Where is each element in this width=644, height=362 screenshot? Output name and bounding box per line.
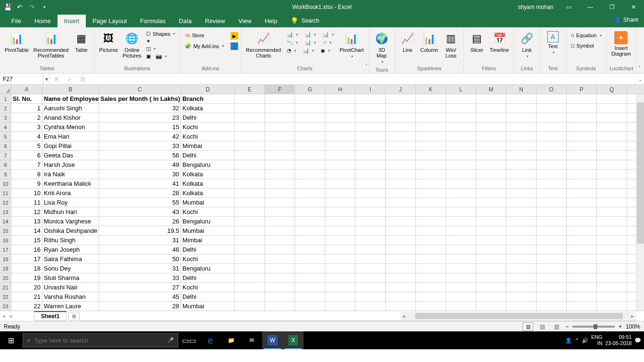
- cell[interactable]: Mimbai: [181, 236, 235, 245]
- cell[interactable]: [265, 302, 295, 311]
- cell[interactable]: 13: [11, 217, 42, 226]
- cell[interactable]: [537, 217, 567, 226]
- cell[interactable]: Warren Laure: [42, 302, 99, 311]
- row-header[interactable]: 11: [0, 189, 11, 197]
- page-layout-view-button[interactable]: ▤: [537, 322, 547, 331]
- taskbar-datetime[interactable]: 09:51 23-05-2018: [605, 334, 632, 346]
- row-header[interactable]: 14: [0, 217, 11, 226]
- cell[interactable]: [325, 245, 355, 254]
- cell[interactable]: [355, 302, 386, 311]
- sheet-nav-prev[interactable]: ◄: [0, 313, 8, 319]
- cell[interactable]: [597, 132, 627, 141]
- cell[interactable]: [386, 292, 416, 301]
- cell[interactable]: [416, 132, 446, 141]
- cell[interactable]: Delhi: [181, 151, 235, 160]
- cell[interactable]: 2: [11, 113, 42, 122]
- ribbon-options-icon[interactable]: ▭: [559, 0, 578, 14]
- cell[interactable]: [386, 236, 416, 245]
- cell[interactable]: [446, 226, 476, 235]
- cell[interactable]: 5: [11, 141, 42, 150]
- cell[interactable]: Stuti Sharma: [42, 273, 99, 282]
- icons-button[interactable]: ✦: [144, 38, 177, 45]
- link-button[interactable]: 🔗Link▾: [517, 30, 537, 60]
- cell[interactable]: [416, 179, 446, 188]
- pivottable-button[interactable]: 📊PivotTable: [3, 30, 31, 54]
- cell[interactable]: [265, 226, 295, 235]
- cell[interactable]: [386, 113, 416, 122]
- charts-dialog-launcher[interactable]: ↘: [364, 62, 368, 66]
- pictures-button[interactable]: 🖼Pictures: [97, 30, 120, 54]
- cell[interactable]: [355, 198, 386, 207]
- cell[interactable]: [325, 217, 355, 226]
- cell[interactable]: [597, 123, 627, 132]
- cell[interactable]: [597, 179, 627, 188]
- cell[interactable]: [476, 151, 506, 160]
- cell[interactable]: [416, 113, 446, 122]
- cell[interactable]: [355, 264, 386, 273]
- cell[interactable]: Delhi: [181, 273, 235, 282]
- tab-review[interactable]: Review: [198, 15, 232, 27]
- sheet-nav-next[interactable]: ►: [8, 313, 15, 319]
- cell[interactable]: [386, 104, 416, 113]
- cell[interactable]: [506, 170, 537, 179]
- new-sheet-button[interactable]: ⊕: [68, 312, 80, 321]
- tab-view[interactable]: View: [231, 15, 258, 27]
- sparkline-column-button[interactable]: 📊Column: [419, 30, 440, 54]
- people-graph-icon[interactable]: 👤: [231, 42, 238, 50]
- word-app[interactable]: W: [262, 331, 283, 349]
- cell[interactable]: [386, 207, 416, 216]
- cell[interactable]: Gopi Pillai: [42, 141, 99, 150]
- cell[interactable]: [386, 264, 416, 273]
- cell[interactable]: [235, 132, 265, 141]
- cell[interactable]: [295, 160, 325, 169]
- cell[interactable]: [386, 151, 416, 160]
- normal-view-button[interactable]: ▦: [523, 322, 533, 331]
- cell[interactable]: [446, 160, 476, 169]
- cell[interactable]: [386, 226, 416, 235]
- cell[interactable]: Kochi: [181, 207, 235, 216]
- cell[interactable]: 6: [11, 151, 42, 160]
- cell[interactable]: [567, 226, 597, 235]
- cell[interactable]: [355, 236, 386, 245]
- tab-help[interactable]: Help: [258, 15, 284, 27]
- row-header[interactable]: 13: [0, 207, 11, 216]
- cell[interactable]: [235, 123, 265, 132]
- column-header[interactable]: I: [355, 85, 386, 94]
- sheet-tab[interactable]: Sheet1: [34, 311, 66, 321]
- row-header[interactable]: 20: [0, 273, 11, 282]
- cell[interactable]: 12: [11, 207, 42, 216]
- cell[interactable]: Mumbai: [181, 302, 235, 311]
- cell[interactable]: 31: [99, 264, 181, 273]
- cell[interactable]: Delhi: [181, 113, 235, 122]
- cell[interactable]: [325, 302, 355, 311]
- task-view-button[interactable]: ▭▭: [178, 331, 200, 349]
- 3dmodels-button[interactable]: ◫▾: [144, 45, 177, 52]
- cell[interactable]: [295, 292, 325, 301]
- cell[interactable]: [265, 132, 295, 141]
- cell[interactable]: [567, 94, 597, 103]
- cell[interactable]: [355, 123, 386, 132]
- cell[interactable]: [235, 198, 265, 207]
- cell[interactable]: 32: [99, 104, 181, 113]
- cell[interactable]: [567, 132, 597, 141]
- cell[interactable]: [235, 104, 265, 113]
- cell[interactable]: Monica Varghese: [42, 217, 99, 226]
- cell[interactable]: [446, 104, 476, 113]
- cell[interactable]: [506, 141, 537, 150]
- cell[interactable]: [355, 179, 386, 188]
- cell[interactable]: [597, 104, 627, 113]
- cell[interactable]: Kolkata: [181, 189, 235, 197]
- cell[interactable]: [355, 226, 386, 235]
- cell[interactable]: [476, 160, 506, 169]
- cell[interactable]: [416, 189, 446, 197]
- cell[interactable]: [476, 283, 506, 292]
- table-button[interactable]: ▦Table: [71, 30, 91, 54]
- cell[interactable]: [597, 207, 627, 216]
- spreadsheet-grid[interactable]: ABCDEFGHIJKLMNOPQ 1Sl. No.Name of Employ…: [0, 85, 644, 311]
- start-button[interactable]: ⊞: [0, 331, 22, 349]
- cell[interactable]: [506, 245, 537, 254]
- combo-chart-button[interactable]: 📊▾: [301, 47, 316, 54]
- cell[interactable]: [295, 217, 325, 226]
- column-header[interactable]: E: [235, 85, 265, 94]
- cell[interactable]: [597, 226, 627, 235]
